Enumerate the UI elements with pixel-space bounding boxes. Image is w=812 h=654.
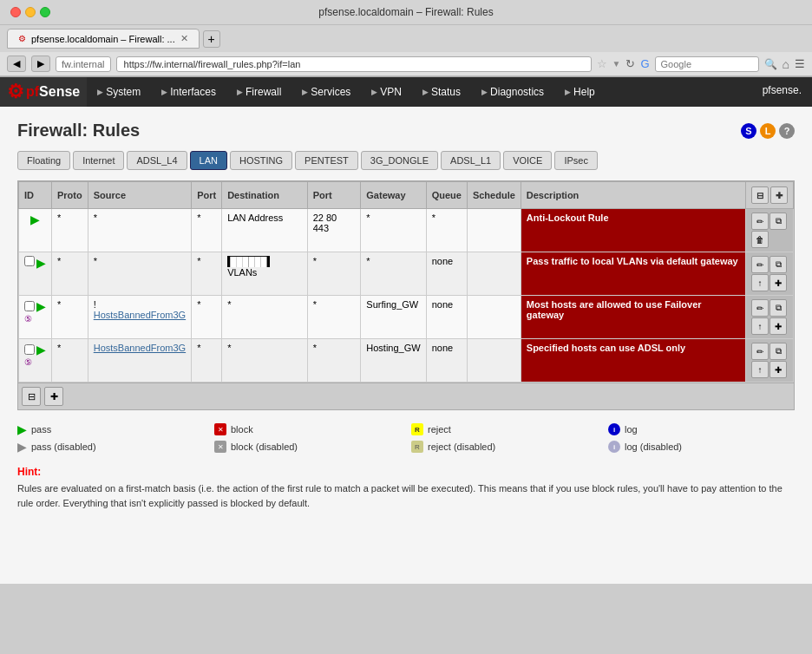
legend: ▶ pass ✕ block R reject i log ▶ pass (di… xyxy=(17,422,795,454)
bookmark-icon[interactable]: ☆ xyxy=(597,57,607,70)
nav-status[interactable]: ▶ Status xyxy=(412,77,471,107)
rules-table: ID Proto Source Port Destination Port Ga… xyxy=(18,181,794,383)
row3-checkbox[interactable] xyxy=(24,301,35,311)
maximize-button[interactable] xyxy=(40,7,50,17)
row1-copy-btn[interactable]: ⧉ xyxy=(769,213,787,230)
row4-copy-btn[interactable]: ⧉ xyxy=(769,343,787,360)
window-title: pfsense.localdomain – Firewall: Rules xyxy=(318,6,493,18)
row4-edit-btn[interactable]: ✏ xyxy=(751,343,769,360)
tab-adsl-l1[interactable]: ADSL_L1 xyxy=(441,151,501,170)
dropdown-icon[interactable]: ▼ xyxy=(612,59,621,69)
row3-pass-icon[interactable]: ▶ xyxy=(36,299,46,313)
new-tab-button[interactable]: + xyxy=(203,30,220,48)
bottom-collapse-btn[interactable]: ⊟ xyxy=(22,387,41,406)
hint-label: Hint: xyxy=(17,466,795,478)
sync-icon[interactable]: S xyxy=(741,123,756,139)
row1-queue: * xyxy=(426,209,467,252)
row2-copy-btn[interactable]: ⧉ xyxy=(769,256,787,273)
nav-help[interactable]: ▶ Help xyxy=(554,77,606,107)
th-actions: ⊟ ✚ xyxy=(745,182,793,209)
list-icon[interactable]: L xyxy=(760,123,776,139)
tab-lan[interactable]: LAN xyxy=(190,151,227,170)
nav-services[interactable]: ▶ Services xyxy=(291,77,361,107)
legend-log-disabled-label: log (disabled) xyxy=(625,441,682,452)
th-gateway: Gateway xyxy=(361,182,426,209)
row4-source-link[interactable]: HostsBannedFrom3G xyxy=(94,343,186,353)
vlans-redacted: ██████ xyxy=(227,256,270,267)
row2-port: * xyxy=(192,252,222,296)
nav-firewall[interactable]: ▶ Firewall xyxy=(226,77,291,107)
row4-add-btn[interactable]: ✚ xyxy=(769,361,787,378)
tab-internet[interactable]: Internet xyxy=(73,151,124,170)
row2-description: Pass traffic to local VLANs via default … xyxy=(521,252,745,296)
nav-diagnostics-label: Diagnostics xyxy=(490,86,544,98)
nav-system[interactable]: ▶ System xyxy=(87,77,151,107)
legend-pass-label: pass xyxy=(31,424,51,435)
tab-voice[interactable]: VOICE xyxy=(503,151,552,170)
back-button[interactable]: ◀ xyxy=(7,56,26,72)
row2-gateway: * xyxy=(361,252,426,296)
row4-checkbox[interactable] xyxy=(24,344,35,355)
bottom-add-btn[interactable]: ✚ xyxy=(44,387,63,406)
row3-copy-btn[interactable]: ⧉ xyxy=(769,299,787,317)
legend-reject: R reject xyxy=(411,422,598,436)
th-description: Description xyxy=(521,182,745,209)
row4-pass-icon[interactable]: ▶ xyxy=(36,343,46,356)
hint-text: Rules are evaluated on a first-match bas… xyxy=(17,481,795,510)
row3-add-btn[interactable]: ✚ xyxy=(769,317,787,335)
row1-dest-port: 22 80 443 xyxy=(307,209,361,252)
row2-checkbox[interactable] xyxy=(24,256,35,266)
row2-source: * xyxy=(88,252,191,296)
th-schedule: Schedule xyxy=(467,182,521,209)
row1-id: ▶ xyxy=(19,209,52,252)
tab-3g-dongle[interactable]: 3G_DONGLE xyxy=(361,151,438,170)
row1-schedule xyxy=(467,209,521,252)
header-collapse-btn[interactable]: ⊟ xyxy=(751,186,769,204)
row2-up-btn[interactable]: ↑ xyxy=(751,274,769,291)
home-icon[interactable]: ⌂ xyxy=(783,57,789,71)
tab-pentest[interactable]: PENTEST xyxy=(295,151,358,170)
nav-interfaces[interactable]: ▶ Interfaces xyxy=(151,77,226,107)
address-input[interactable] xyxy=(116,56,592,72)
refresh-icon[interactable]: ↻ xyxy=(625,57,635,70)
pass-action-icon[interactable]: ▶ xyxy=(30,213,40,226)
forward-button[interactable]: ▶ xyxy=(31,56,50,72)
nav-vpn-label: VPN xyxy=(380,86,402,98)
row3-proto: * xyxy=(52,296,88,339)
tab-adsl-l4[interactable]: ADSL_L4 xyxy=(127,151,187,170)
row3-up-btn[interactable]: ↑ xyxy=(751,317,769,335)
browser-tab[interactable]: ⚙ pfsense.localdomain – Firewall: ... ✕ xyxy=(7,29,200,49)
row1-delete-btn[interactable]: 🗑 xyxy=(751,231,769,248)
row1-proto: * xyxy=(52,209,88,252)
bottom-actions: ⊟ ✚ xyxy=(18,383,794,409)
row2-pass-icon[interactable]: ▶ xyxy=(36,256,46,270)
row2-edit-btn[interactable]: ✏ xyxy=(751,256,769,273)
row3-source-text: !HostsBannedFrom3G xyxy=(94,299,186,320)
nav-vpn[interactable]: ▶ VPN xyxy=(361,77,412,107)
google-icon: G xyxy=(640,57,649,70)
row3-source-link[interactable]: HostsBannedFrom3G xyxy=(94,310,186,320)
tab-floating[interactable]: Floating xyxy=(17,151,70,170)
close-button[interactable] xyxy=(10,7,21,17)
close-tab-icon[interactable]: ✕ xyxy=(180,33,188,44)
row3-id: ▶ ⑤ xyxy=(19,296,52,339)
address-bar: ◀ ▶ fw.internal ☆ ▼ ↻ G 🔍 ⌂ ☰ xyxy=(0,52,812,76)
header-add-btn[interactable]: ✚ xyxy=(770,186,788,204)
tab-ipsec[interactable]: IPsec xyxy=(554,151,598,170)
tab-hosting[interactable]: HOSTING xyxy=(230,151,292,170)
nav-interfaces-label: Interfaces xyxy=(170,86,216,98)
legend-reject-label: reject xyxy=(428,424,451,435)
search-input[interactable] xyxy=(655,56,759,72)
row1-edit-btn[interactable]: ✏ xyxy=(751,213,769,230)
title-bar: pfsense.localdomain – Firewall: Rules xyxy=(0,0,812,25)
row4-up-btn[interactable]: ↑ xyxy=(751,361,769,378)
row2-add-btn[interactable]: ✚ xyxy=(769,274,787,291)
menu-icon[interactable]: ☰ xyxy=(795,57,805,70)
row1-source: * xyxy=(88,209,191,252)
minimize-button[interactable] xyxy=(25,7,36,17)
nav-diagnostics[interactable]: ▶ Diagnostics xyxy=(471,77,554,107)
search-icon[interactable]: 🔍 xyxy=(764,58,777,70)
help-icon[interactable]: ? xyxy=(779,123,795,139)
row2-id: ▶ xyxy=(19,252,52,296)
row3-edit-btn[interactable]: ✏ xyxy=(751,299,769,317)
